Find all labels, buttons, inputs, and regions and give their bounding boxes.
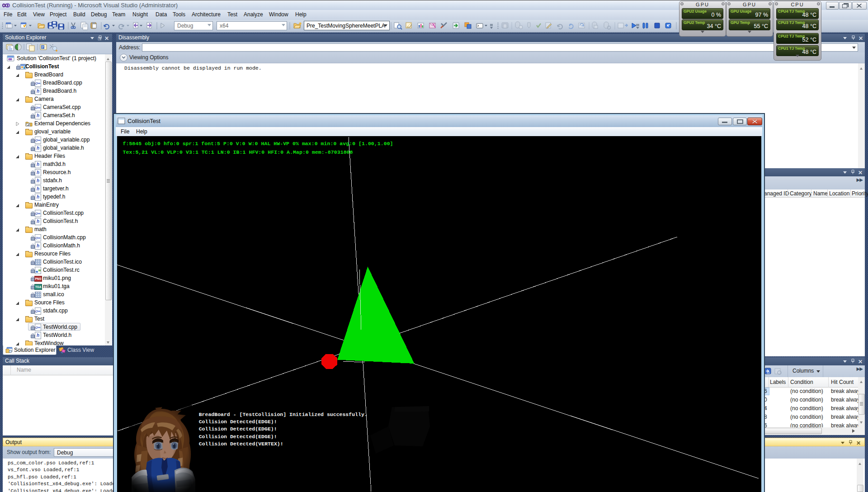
svg-text:Collision Detected(EDGE)!: Collision Detected(EDGE)! — [199, 434, 277, 440]
svg-text:Collision Detected(VERTEX)!: Collision Detected(VERTEX)! — [199, 441, 283, 447]
svg-text:Tex:5,21 VL:0 VLP:0 V3:1 TC:1: Tex:5,21 VL:0 VLP:0 V3:1 TC:1 LN:0 IB:1 … — [123, 149, 353, 155]
svg-text:BreadBoard - [TestCollision] I: BreadBoard - [TestCollision] Initialized… — [199, 412, 368, 417]
svg-text:Collision Detected(EDGE)!: Collision Detected(EDGE)! — [199, 419, 277, 425]
svg-text:Collision Detected(EDGE)!: Collision Detected(EDGE)! — [199, 426, 277, 432]
svg-text:f:5845 obj:0 hfo:0 spr:1 font:: f:5845 obj:0 hfo:0 spr:1 font:5 P:0 V:0 … — [123, 141, 393, 147]
